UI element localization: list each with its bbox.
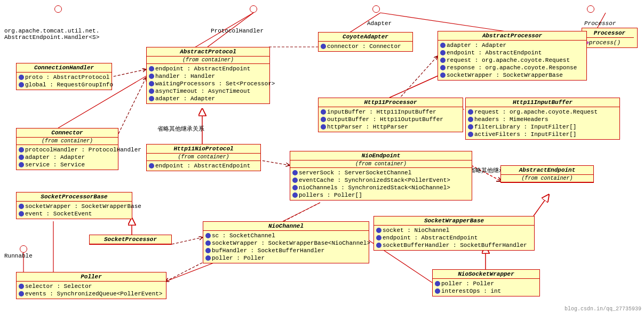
socket-wrapper-base-body: socket : NioChannel endpoint : AbstractE… xyxy=(374,226,534,250)
field-poller2: poller : Poller xyxy=(435,280,537,287)
field-icon xyxy=(440,73,446,78)
field-http-parser: httpParser : HttpParser xyxy=(321,123,460,131)
field-poller: poller : Poller xyxy=(205,254,367,262)
abstract-endpoint-title: AbstractEndpoint xyxy=(501,166,593,175)
field-icon xyxy=(321,44,326,49)
field-request: request : org.apache.coyote.Request xyxy=(440,57,584,64)
field-nio-channels: nioChannels : SynchronizedStack<NioChann… xyxy=(292,184,470,191)
box-http11-input-buffer: Http11InputBuffer request : org.apache.c… xyxy=(465,98,620,140)
box-abstract-endpoint: AbstractEndpoint (from container) xyxy=(500,165,594,183)
label-adapter: Adapter xyxy=(367,20,392,27)
field-icon xyxy=(376,243,381,248)
nio-endpoint-body: serverSock : ServerSocketChannel eventCa… xyxy=(290,168,472,200)
label-processor: Processor xyxy=(584,20,616,27)
field-events: events : SynchronizedQueue<PollerEvent> xyxy=(19,290,164,298)
box-processor-title: Processor xyxy=(585,30,634,36)
svg-line-20 xyxy=(283,203,320,221)
circle-4 xyxy=(587,5,594,13)
http11-nio-protocol-body: endpoint : AbstractEndpoint xyxy=(147,161,260,171)
field-icon xyxy=(205,255,211,261)
box-poller: Poller selector : Selector events : Sync… xyxy=(16,272,166,299)
field-icon xyxy=(19,291,24,296)
field-icon xyxy=(19,284,24,289)
field-icon xyxy=(19,204,24,209)
field-output-buffer: outputBuffer : Http11OutputBuffer xyxy=(321,116,460,123)
field-endpoint3: endpoint : AbstractEndpoint xyxy=(440,49,584,57)
uml-diagram: org.apache.tomcat.util.net. AbstractEndp… xyxy=(0,0,644,313)
svg-line-10 xyxy=(258,160,290,165)
field-icon xyxy=(376,235,381,240)
field-icon xyxy=(19,147,24,153)
coyote-adapter-title: CoyoteAdapter xyxy=(319,33,412,42)
box-socket-processor-base: SocketProcessorBase socketWrapper : Sock… xyxy=(16,192,132,219)
coyote-adapter-body: connector : Connector xyxy=(319,42,412,51)
field-server-sock: serverSock : ServerSocketChannel xyxy=(292,169,470,176)
field-icon xyxy=(435,281,440,286)
socket-wrapper-base-title: SocketWrapperBase xyxy=(374,216,534,226)
field-waiting: waitingProcessors : Set<Processor> xyxy=(149,80,267,87)
field-icon xyxy=(292,192,298,198)
socket-processor-base-body: socketWrapper : SocketWrapperBase event … xyxy=(17,202,132,219)
nio-socket-wrapper-title: NioSocketWrapper xyxy=(433,270,539,279)
field-filter-library: filterLibrary : InputFilter[] xyxy=(468,123,617,131)
abstract-protocol-body: endpoint : AbstractEndpoint handler : Ha… xyxy=(147,64,269,103)
label-omit-inherit1: 省略其他继承关系 xyxy=(157,125,204,133)
field-endpoint: endpoint : AbstractEndpoint xyxy=(149,65,267,73)
field-icon xyxy=(440,65,446,70)
http11-input-buffer-title: Http11InputBuffer xyxy=(466,98,619,107)
field-icon xyxy=(19,75,24,80)
box-socket-wrapper-base: SocketWrapperBase socket : NioChannel en… xyxy=(373,216,535,251)
field-input-buffer: inputBuffer : Http11InputBuffer xyxy=(321,108,460,116)
connection-handler-body: proto : AbstractProtocol global : Reques… xyxy=(17,73,112,90)
box-nio-channel: NioChannel sc : SocketChannel socketWrap… xyxy=(203,221,369,263)
http11-input-buffer-body: request : org.apache.coyote.Request head… xyxy=(466,107,619,139)
field-sc: sc : SocketChannel xyxy=(205,232,367,239)
svg-line-0 xyxy=(115,77,146,141)
connection-handler-title: ConnectionHandler xyxy=(17,63,112,73)
box-processor: Processor ◆process() xyxy=(582,28,638,48)
field-socket-buffer: socketBufferHandler : SocketBufferHandle… xyxy=(376,242,532,249)
field-adapter2: adapter : Adapter xyxy=(19,154,116,161)
field-proto: proto : AbstractProtocol xyxy=(19,74,109,81)
box-nio-socket-wrapper: NioSocketWrapper poller : Poller interes… xyxy=(432,269,540,296)
circle-3 xyxy=(372,5,380,13)
http11-processor-body: inputBuffer : Http11InputBuffer outputBu… xyxy=(319,107,463,132)
field-icon xyxy=(468,132,473,137)
nio-socket-wrapper-body: poller : Poller interestOps : int xyxy=(433,279,539,296)
field-adapter3: adapter : Adapter xyxy=(440,42,584,49)
field-pollers: pollers : Poller[] xyxy=(292,191,470,199)
nio-endpoint-subtitle: (from container) xyxy=(290,160,472,168)
field-icon xyxy=(149,163,154,168)
field-icon xyxy=(149,89,154,94)
field-selector: selector : Selector xyxy=(19,283,164,290)
field-icon xyxy=(149,66,154,71)
field-request2: request : org.apache.coyote.Request xyxy=(468,108,617,116)
label-abstract-endpoint-handler2: AbstractEndpoint.Handler<S> xyxy=(4,34,99,41)
http11-processor-title: Http11Processor xyxy=(319,98,463,107)
field-icon xyxy=(205,248,211,253)
field-headers: headers : MimeHeaders xyxy=(468,116,617,123)
field-icon xyxy=(440,58,446,63)
http11-nio-protocol-title: Http11NioProtocol xyxy=(147,145,260,154)
field-icon xyxy=(149,81,154,86)
box-http11-processor: Http11Processor inputBuffer : Http11Inpu… xyxy=(318,98,463,132)
field-buf-handler: bufHandler : SocketBufferHandler xyxy=(205,247,367,254)
field-icon xyxy=(468,124,473,130)
abstract-protocol-title: AbstractProtocol xyxy=(147,47,269,57)
field-icon xyxy=(435,288,440,294)
circle-5 xyxy=(20,245,27,253)
field-connector: connector : Connector xyxy=(321,43,410,50)
field-icon xyxy=(440,43,446,48)
abstract-processor-body: adapter : Adapter endpoint : AbstractEnd… xyxy=(438,41,586,80)
svg-line-1 xyxy=(109,69,146,77)
field-socket-wrapper: socketWrapper : SocketWrapperBase xyxy=(440,71,584,79)
field-handler: handler : Handler xyxy=(149,73,267,80)
socket-processor-title: SocketProcessor xyxy=(90,235,171,244)
nio-channel-body: sc : SocketChannel socketWrapper : Socke… xyxy=(203,231,369,263)
field-endpoint2: endpoint : AbstractEndpoint xyxy=(149,162,258,170)
box-http11-nio-protocol: Http11NioProtocol (from container) endpo… xyxy=(146,144,261,171)
field-icon xyxy=(149,96,154,101)
circle-1 xyxy=(54,5,62,13)
field-global: global : RequestGroupInfo xyxy=(19,81,109,89)
http11-nio-protocol-subtitle: (from container) xyxy=(147,154,260,161)
